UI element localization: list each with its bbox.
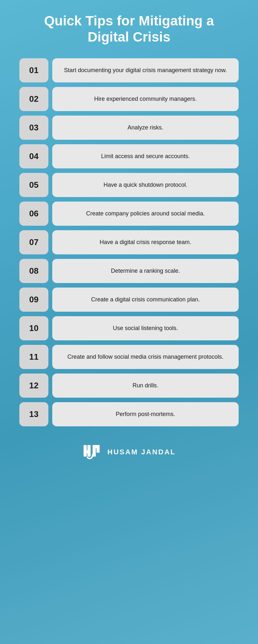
tip-row: 10Use social listening tools.	[19, 316, 239, 340]
tip-text: Run drills.	[52, 374, 239, 398]
tip-number: 10	[19, 316, 48, 340]
tip-text: Have a quick shutdown protocol.	[52, 173, 239, 197]
tip-number: 03	[19, 116, 48, 140]
tip-text: Create company policies around social me…	[52, 202, 239, 226]
brand-name: HUSAM JANDAL	[107, 448, 176, 456]
tip-number: 11	[19, 345, 48, 369]
tip-text: Create a digital crisis communication pl…	[52, 288, 239, 312]
tip-row: 13Perform post-mortems.	[19, 402, 239, 426]
tip-row: 02Hire experienced community managers.	[19, 87, 239, 111]
tip-text: Analyze risks.	[52, 116, 239, 140]
tip-text: Have a digital crisis response team.	[52, 230, 239, 254]
tip-row: 12Run drills.	[19, 374, 239, 398]
brand-logo-icon	[82, 442, 102, 462]
footer: HUSAM JANDAL	[82, 442, 176, 462]
tip-row: 11Create and follow social media crisis …	[19, 345, 239, 369]
tip-number: 08	[19, 259, 48, 283]
tip-text: Create and follow social media crisis ma…	[52, 345, 239, 369]
tip-row: 06Create company policies around social …	[19, 202, 239, 226]
tip-row: 03Analyze risks.	[19, 116, 239, 140]
tip-text: Limit access and secure accounts.	[52, 144, 239, 168]
svg-rect-2	[87, 445, 91, 457]
page-title: Quick Tips for Mitigating a Digital Cris…	[19, 13, 239, 45]
tip-number: 07	[19, 230, 48, 254]
tip-row: 09Create a digital crisis communication …	[19, 288, 239, 312]
tip-number: 12	[19, 374, 48, 398]
tip-number: 05	[19, 173, 48, 197]
tip-number: 06	[19, 202, 48, 226]
tip-number: 01	[19, 58, 48, 82]
tip-text: Start documenting your digital crisis ma…	[52, 58, 239, 82]
tip-row: 08Determine a ranking scale.	[19, 259, 239, 283]
tip-row: 07Have a digital crisis response team.	[19, 230, 239, 254]
tip-number: 04	[19, 144, 48, 168]
tip-row: 04Limit access and secure accounts.	[19, 144, 239, 168]
tip-text: Determine a ranking scale.	[52, 259, 239, 283]
tip-row: 01Start documenting your digital crisis …	[19, 58, 239, 82]
tip-number: 13	[19, 402, 48, 426]
tip-text: Hire experienced community managers.	[52, 87, 239, 111]
tip-row: 05Have a quick shutdown protocol.	[19, 173, 239, 197]
svg-rect-5	[96, 445, 100, 453]
tip-text: Perform post-mortems.	[52, 402, 239, 426]
tip-number: 09	[19, 288, 48, 312]
tip-text: Use social listening tools.	[52, 316, 239, 340]
tip-number: 02	[19, 87, 48, 111]
tips-list: 01Start documenting your digital crisis …	[19, 58, 239, 426]
